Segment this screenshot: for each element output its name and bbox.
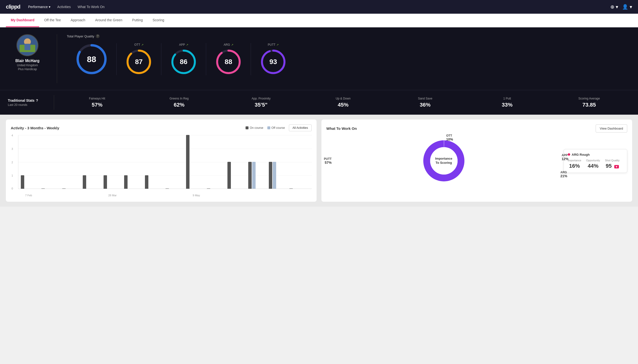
- x-label-4: 28 Mar: [102, 194, 123, 197]
- tab-off-the-tee[interactable]: Off the Tee: [39, 14, 66, 27]
- x-label-0: 7 Feb: [18, 194, 39, 197]
- bar-on-0: [21, 175, 24, 189]
- bar-off-11: [252, 162, 256, 189]
- bars-container: [18, 135, 312, 189]
- stat-sand-save: Sand Save 36%: [384, 97, 466, 108]
- add-button[interactable]: ⊕ ▾: [610, 4, 618, 10]
- donut-chart: Importance To Scoring: [419, 136, 468, 185]
- view-dashboard-button[interactable]: View Dashboard: [596, 124, 627, 132]
- bar-on-8: [186, 135, 189, 189]
- gauge-ring-app: 86: [170, 48, 197, 75]
- bottom-panels: Activity - 3 Months - Weekly On course O…: [0, 115, 638, 206]
- x-label-12: [270, 194, 291, 197]
- x-label-7: [165, 194, 186, 197]
- bar-group-5: [124, 175, 144, 189]
- x-label-8: 9 May: [186, 194, 207, 197]
- legend-off-course: Off course: [267, 126, 285, 130]
- traditional-stats: Traditional Stats ? Last 20 rounds Fairw…: [0, 90, 638, 115]
- avatar: [17, 34, 39, 56]
- tab-around-the-green[interactable]: Around the Green: [90, 14, 127, 27]
- info-metric-importance: Importance 16%: [568, 159, 581, 169]
- gauge-ring-putt: 93: [260, 48, 287, 75]
- y-label-3: 3: [12, 148, 13, 150]
- tab-my-dashboard[interactable]: My Dashboard: [6, 14, 39, 27]
- bar-group-6: [145, 175, 164, 189]
- gauge-ott: OTT ↗ 87: [117, 43, 161, 75]
- y-label-0: 0: [12, 187, 13, 190]
- hero-section: Blair McHarg United Kingdom Plus Handica…: [0, 28, 638, 90]
- annotation-app: APP 12%: [562, 154, 568, 161]
- gauge-value-ott: 87: [135, 58, 142, 66]
- tab-putting[interactable]: Putting: [127, 14, 148, 27]
- tab-scoring[interactable]: Scoring: [148, 14, 169, 27]
- stat-app-proximity: App. Proximity 35'5": [220, 97, 302, 108]
- activity-panel-header: Activity - 3 Months - Weekly On course O…: [11, 124, 312, 131]
- nav-performance[interactable]: Performance ▾: [28, 5, 50, 9]
- y-label-2: 2: [12, 161, 13, 164]
- x-label-1: [39, 194, 60, 197]
- bar-group-13: [289, 188, 309, 189]
- info-card-title: ARG Rough: [568, 153, 623, 156]
- trend-icon-app: ↗: [186, 43, 188, 46]
- nav-right: ⊕ ▾ 👤 ▾: [610, 4, 632, 10]
- gauge-ring-ott: 87: [125, 48, 152, 75]
- x-label-6: [144, 194, 165, 197]
- bar-group-11: [248, 162, 268, 189]
- gauge-label-putt: PUTT ↗: [268, 43, 279, 46]
- gauge-ring-overall: 88: [76, 43, 107, 75]
- trad-stats-title: Traditional Stats ?: [8, 98, 52, 102]
- gauge-value-app: 86: [180, 58, 187, 66]
- gauge-putt: PUTT ↗ 93: [251, 43, 296, 75]
- bar-group-8: [186, 135, 206, 189]
- activity-panel-title: Activity - 3 Months - Weekly: [11, 126, 59, 130]
- tabs-bar: My Dashboard Off the Tee Approach Around…: [0, 14, 638, 28]
- nav-activities[interactable]: Activities: [57, 5, 71, 9]
- info-metric-shot-quality: Shot Quality 95 ▼: [605, 159, 620, 169]
- legend-on-course: On course: [246, 126, 263, 130]
- quality-help-icon[interactable]: ?: [96, 34, 100, 38]
- player-country: United Kingdom: [17, 64, 38, 67]
- x-labels: 7 Feb 28 Mar 9 May: [18, 194, 312, 197]
- activity-panel: Activity - 3 Months - Weekly On course O…: [6, 120, 317, 202]
- bar-group-1: [41, 188, 61, 189]
- trad-stats-subtitle: Last 20 rounds: [8, 103, 52, 106]
- all-activities-button[interactable]: All Activities: [289, 124, 312, 131]
- annotation-putt: PUTT 57%: [324, 157, 331, 164]
- nav-what-to-work-on[interactable]: What To Work On: [78, 5, 105, 9]
- bar-on-1: [41, 188, 45, 189]
- quality-title: Total Player Quality ?: [67, 34, 630, 38]
- profile-button[interactable]: 👤 ▾: [622, 4, 632, 10]
- bar-group-2: [62, 188, 82, 189]
- x-label-10: [228, 194, 249, 197]
- info-card: ARG Rough Importance 16% Opportunity 44%…: [564, 149, 627, 173]
- trad-stats-help-icon[interactable]: ?: [36, 98, 38, 102]
- trad-divider: [54, 95, 54, 110]
- bar-group-12: [269, 162, 288, 189]
- legend-dot-off-course: [267, 126, 270, 129]
- info-card-metrics: Importance 16% Opportunity 44% Shot Qual…: [568, 159, 623, 169]
- bar-on-11: [248, 162, 252, 189]
- wtwon-title: What To Work On: [326, 126, 357, 130]
- stat-items: Fairways Hit 57% Greens In Reg 62% App. …: [56, 97, 630, 108]
- y-label-1: 1: [12, 174, 13, 177]
- player-handicap: Plus Handicap: [18, 68, 37, 71]
- x-label-13: [291, 194, 312, 197]
- stat-1-putt: 1 Putt 33%: [466, 97, 548, 108]
- gauge-ring-arg: 88: [215, 48, 242, 75]
- gauge-app: APP ↗ 86: [161, 43, 206, 75]
- bar-group-7: [165, 188, 185, 189]
- svg-rect-3: [25, 44, 30, 50]
- gauge-overall: 88: [67, 43, 117, 75]
- stat-gir: Greens In Reg 62%: [138, 97, 220, 108]
- player-name: Blair McHarg: [16, 59, 40, 63]
- bar-on-6: [145, 175, 148, 189]
- gauges: 88 OTT ↗ 87: [67, 43, 630, 75]
- annotation-arg: ARG 21%: [560, 171, 567, 178]
- trad-stats-label: Traditional Stats ? Last 20 rounds: [8, 98, 52, 106]
- bar-group-9: [207, 188, 227, 189]
- tab-approach[interactable]: Approach: [66, 14, 90, 27]
- bar-on-9: [207, 188, 210, 189]
- y-label-4: 4: [12, 134, 13, 137]
- bar-group-4: [104, 175, 123, 189]
- donut-section: PUTT 57% OTT 10% APP 12% ARG 21%: [326, 136, 627, 185]
